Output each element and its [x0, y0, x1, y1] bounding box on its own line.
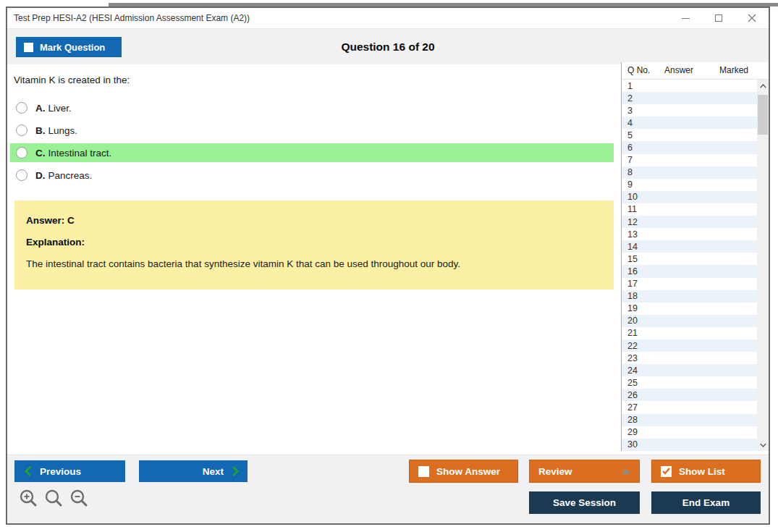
question-number: 6 — [622, 143, 633, 153]
question-list-row[interactable]: 15 — [622, 253, 757, 265]
show-list-button[interactable]: Show List — [651, 460, 761, 483]
zoom-icon[interactable] — [44, 489, 63, 507]
question-counter: Question 16 of 20 — [7, 29, 769, 65]
question-list-row[interactable]: 7 — [622, 154, 757, 166]
window-controls — [669, 8, 769, 28]
question-number: 23 — [622, 353, 638, 363]
show-answer-button[interactable]: Show Answer — [409, 460, 518, 483]
option-d[interactable]: D.Pancreas. — [10, 166, 614, 185]
question-list-row[interactable]: 23 — [622, 352, 757, 364]
question-list-row[interactable]: 17 — [622, 278, 757, 290]
end-exam-button[interactable]: End Exam — [651, 491, 761, 514]
option-a[interactable]: A.Liver. — [10, 98, 614, 117]
question-list-row[interactable]: 18 — [622, 290, 757, 303]
triangle-up-icon — [622, 468, 630, 474]
radio-icon[interactable] — [16, 102, 28, 114]
show-answer-checkbox[interactable] — [418, 466, 429, 477]
footer-bar: Previous Next Show Answer — [7, 455, 769, 523]
explanation-label: Explanation: — [26, 237, 602, 248]
window-title: Test Prep HESI-A2 (HESI Admission Assess… — [7, 13, 250, 23]
scroll-up-button[interactable] — [757, 80, 769, 92]
question-list-row[interactable]: 1 — [622, 80, 757, 92]
question-list-row[interactable]: 8 — [622, 166, 757, 179]
question-list-header: Q No. Answer Marked — [622, 62, 769, 80]
question-number: 27 — [622, 402, 638, 413]
option-text: Intestinal tract. — [48, 148, 112, 159]
scrollbar-thumb[interactable] — [758, 95, 768, 135]
option-letter: C. — [35, 148, 46, 159]
radio-icon[interactable] — [16, 169, 28, 181]
option-c[interactable]: C.Intestinal tract. — [10, 143, 614, 162]
show-list-checkbox[interactable] — [661, 466, 672, 477]
question-number: 30 — [622, 439, 638, 449]
option-letter: A. — [35, 103, 46, 114]
question-number: 8 — [622, 167, 633, 177]
column-qno: Q No. — [627, 65, 650, 75]
check-icon — [662, 468, 670, 475]
question-list-row[interactable]: 20 — [622, 315, 757, 327]
scroll-down-button[interactable] — [757, 439, 769, 451]
option-text: Liver. — [48, 103, 72, 114]
column-marked: Marked — [719, 65, 748, 75]
question-list-row[interactable]: 29 — [622, 426, 757, 439]
next-label: Next — [203, 466, 224, 477]
review-label: Review — [538, 466, 572, 477]
question-list-row[interactable]: 30 — [622, 439, 757, 451]
question-list-row[interactable]: 22 — [622, 339, 757, 352]
question-list-row[interactable]: 4 — [622, 117, 757, 129]
question-number: 29 — [622, 427, 638, 437]
chevron-up-icon — [760, 84, 766, 88]
question-list-row[interactable]: 9 — [622, 179, 757, 191]
question-list-row[interactable]: 27 — [622, 401, 757, 413]
question-list-row[interactable]: 2 — [622, 92, 757, 104]
question-number: 10 — [622, 192, 638, 202]
question-list-row[interactable]: 10 — [622, 191, 757, 203]
question-list-row[interactable]: 21 — [622, 327, 757, 339]
minimize-button[interactable] — [669, 8, 702, 28]
question-list-row[interactable]: 26 — [622, 389, 757, 401]
radio-icon[interactable] — [16, 124, 28, 136]
question-list-scrollbar[interactable] — [757, 80, 769, 451]
show-list-label: Show List — [679, 466, 725, 477]
zoom-in-icon[interactable] — [19, 489, 38, 507]
previous-button[interactable]: Previous — [14, 460, 125, 482]
save-session-label: Save Session — [553, 497, 616, 508]
chevron-right-icon — [232, 466, 239, 476]
question-number: 19 — [622, 303, 638, 313]
close-button[interactable] — [735, 8, 769, 28]
option-b[interactable]: B.Lungs. — [10, 121, 614, 140]
question-number: 4 — [622, 118, 633, 128]
question-list-row[interactable]: 24 — [622, 364, 757, 376]
question-list-row[interactable]: 3 — [622, 104, 757, 117]
title-bar: Test Prep HESI-A2 (HESI Admission Assess… — [7, 8, 769, 28]
question-number: 18 — [622, 291, 638, 301]
chevron-down-icon — [760, 443, 766, 447]
question-list-row[interactable]: 14 — [622, 240, 757, 253]
question-list-row[interactable]: 5 — [622, 129, 757, 141]
zoom-out-icon[interactable] — [69, 489, 88, 507]
question-list-row[interactable]: 16 — [622, 265, 757, 277]
maximize-button[interactable] — [702, 8, 735, 28]
question-number: 17 — [622, 279, 638, 289]
zoom-toolbar — [19, 489, 88, 507]
question-number: 2 — [622, 93, 633, 104]
question-list-row[interactable]: 28 — [622, 414, 757, 426]
question-list-row[interactable]: 11 — [622, 203, 757, 216]
radio-icon[interactable] — [16, 147, 28, 159]
question-list-row[interactable]: 25 — [622, 376, 757, 389]
question-list-row[interactable]: 6 — [622, 141, 757, 153]
next-button[interactable]: Next — [139, 460, 248, 482]
question-list-row[interactable]: 12 — [622, 216, 757, 228]
question-list-row[interactable]: 19 — [622, 303, 757, 315]
explanation-text: The intestinal tract contains bacteria t… — [26, 258, 602, 269]
question-text: Vitamin K is created in the: — [14, 75, 130, 85]
question-area: Vitamin K is created in the: A.Liver. B.… — [7, 64, 621, 455]
question-number: 26 — [622, 390, 638, 400]
review-dropdown-button[interactable]: Review — [529, 460, 640, 483]
question-number: 1 — [622, 81, 633, 91]
question-list-row[interactable]: 13 — [622, 228, 757, 240]
question-number: 13 — [622, 229, 638, 240]
previous-label: Previous — [40, 466, 81, 477]
question-list-panel: Q No. Answer Marked 12345678910111213141… — [621, 62, 769, 451]
save-session-button[interactable]: Save Session — [529, 491, 640, 514]
